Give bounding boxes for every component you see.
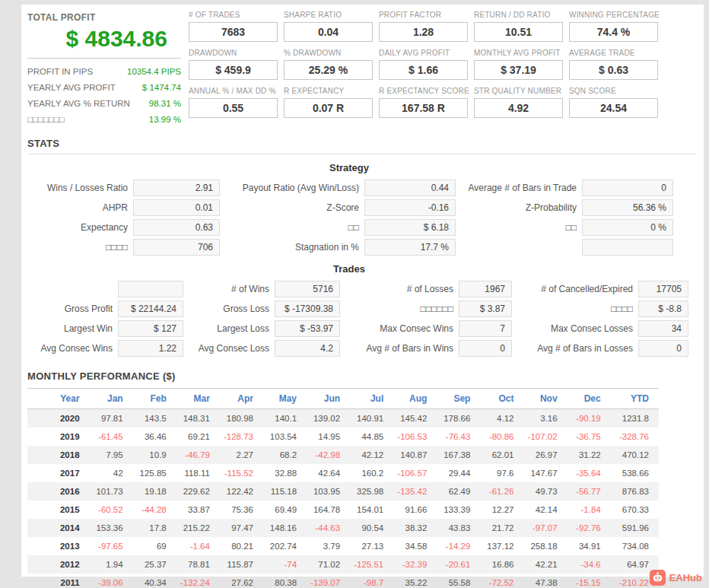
value-cell: 32.88: [263, 464, 307, 482]
trades-stat-value-box: $ 3.87: [459, 300, 512, 317]
metric-value-box: 4.92: [474, 98, 563, 118]
value-cell: 31.22: [568, 446, 611, 464]
strategy-stat-value-box: 0.44: [364, 180, 456, 196]
value-cell: 1231.8: [611, 409, 659, 427]
value-cell: 258.18: [524, 537, 568, 555]
value-cell: 876.83: [611, 482, 659, 501]
value-cell: -328.76: [611, 427, 659, 446]
value-cell: 734.08: [611, 537, 659, 555]
value-cell: 97.47: [220, 519, 263, 537]
value-cell: 17.8: [133, 519, 176, 537]
value-cell: 44.85: [350, 427, 393, 446]
metric-cell: DAILY AVG PROFIT$ 1.66: [379, 49, 468, 80]
value-cell: 140.91: [350, 409, 393, 427]
metric-value-box: 24.54: [569, 98, 658, 118]
value-cell: 103.54: [263, 427, 307, 446]
value-cell: 42.12: [350, 446, 393, 464]
value-cell: -107.02: [524, 427, 568, 446]
strategy-stat-label: Z-Probability: [461, 199, 577, 216]
summary-row-value: 10354.4 PIPS: [127, 64, 181, 80]
value-cell: 29.44: [437, 464, 480, 482]
trades-stat-value-box: $ 127: [118, 320, 183, 337]
value-cell: 14.95: [307, 427, 350, 446]
strategy-stats-grid: Wins / Losses Ratio2.91Payout Ratio (Avg…: [27, 180, 671, 256]
value-cell: 34.91: [568, 537, 611, 555]
strategy-stat-value-box: -0.16: [364, 199, 456, 216]
value-cell: 78.81: [176, 555, 220, 574]
metric-value-box: $ 1.66: [379, 60, 468, 80]
metric-cell: RETURN / DD RATIO10.51: [474, 11, 563, 42]
value-cell: 153.36: [90, 519, 133, 537]
value-cell: 42.64: [307, 464, 350, 482]
value-cell: 26.97: [524, 446, 568, 464]
total-profit-panel: TOTAL PROFIT $ 4834.86 PROFIT IN PIPS103…: [27, 9, 181, 128]
strategy-stat-label: Payout Ratio (Avg Win/Loss): [225, 180, 359, 196]
trades-stat-value-box: 1.22: [118, 340, 183, 357]
trades-stat-label: □□□□: [517, 300, 633, 317]
eahub-logo-text: EAHub: [669, 572, 702, 583]
metric-cell: AVERAGE TRADE$ 0.63: [569, 49, 658, 80]
value-cell: -76.43: [437, 427, 480, 446]
strategy-stat-value-box: 56.36 %: [582, 199, 673, 216]
metric-label: MONTHLY AVG PROFIT: [474, 49, 563, 57]
value-cell: -98.7: [350, 574, 393, 588]
trades-stat-label: # of Losses: [345, 281, 453, 297]
column-header-aug: Aug: [393, 389, 437, 409]
trades-subsection-title: Trades: [27, 263, 671, 275]
metric-value-box: 0.04: [284, 22, 373, 42]
metric-cell: R EXPECTANCY SCORE167.58 R: [379, 87, 468, 118]
trades-stat-value-box: 7: [459, 320, 512, 337]
value-cell: 71.02: [307, 555, 350, 574]
value-cell: -132.24: [176, 574, 220, 588]
trades-stat-label: Avg Consec Wins: [27, 340, 113, 357]
summary-row-label: PROFIT IN PIPS: [27, 64, 93, 80]
summary-row-value: 98.31 %: [149, 96, 181, 112]
value-cell: 34.58: [393, 537, 437, 555]
column-header-may: May: [263, 389, 307, 409]
strategy-stat-value-box: 706: [133, 239, 220, 256]
trades-stat-label: Largest Win: [27, 320, 113, 337]
metric-cell: SHARPE RATIO0.04: [284, 11, 373, 42]
monthly-row: 20187.9510.9-46.792.2768.2-42.9842.12140…: [27, 446, 659, 464]
metric-value-box: 7683: [189, 22, 278, 42]
metric-value-box: 74.4 %: [569, 22, 658, 42]
trades-stats-grid: # of Wins5716# of Losses1967# of Cancell…: [27, 281, 671, 357]
trades-stat-value-box: $ -17309.38: [275, 300, 340, 317]
value-cell: 143.5: [133, 409, 176, 427]
value-cell: 33.87: [176, 501, 220, 519]
metric-label: DRAWDOWN: [189, 49, 278, 57]
metric-label: SQN SCORE: [569, 87, 658, 95]
value-cell: 42: [90, 464, 133, 482]
value-cell: 118.11: [176, 464, 220, 482]
value-cell: 38.32: [393, 519, 437, 537]
value-cell: 3.16: [524, 409, 568, 427]
metric-value-box: $ 0.63: [569, 60, 658, 80]
value-cell: 145.42: [393, 409, 437, 427]
year-cell: 2014: [27, 519, 90, 537]
value-cell: -90.19: [568, 409, 611, 427]
metric-cell: % DRAWDOWN25.29 %: [284, 49, 373, 80]
value-cell: 4.12: [480, 409, 523, 427]
column-header-sep: Sep: [437, 389, 480, 409]
year-cell: 2020: [27, 409, 90, 427]
eahub-logo[interactable]: EAHub: [650, 570, 702, 586]
summary-row-label: YEARLY AVG % RETURN: [27, 96, 130, 112]
metric-cell: R EXPECTANCY0.07 R: [284, 87, 373, 118]
value-cell: 180.98: [220, 409, 263, 427]
trades-stat-value-box: 34: [638, 320, 688, 337]
trades-stat-label: # of Wins: [189, 281, 269, 297]
value-cell: 69: [133, 537, 176, 555]
summary-row-label: YEARLY AVG PROFIT: [27, 80, 116, 96]
metric-cell: MONTHLY AVG PROFIT$ 37.19: [474, 49, 563, 80]
metric-value-box: $ 459.9: [189, 60, 278, 80]
value-cell: 538.66: [611, 464, 659, 482]
year-cell: 2011: [27, 574, 90, 588]
profit-summary-rows: PROFIT IN PIPS10354.4 PIPSYEARLY AVG PRO…: [27, 64, 181, 128]
metric-label: AVERAGE TRADE: [569, 49, 658, 57]
metric-label: DAILY AVG PROFIT: [379, 49, 468, 57]
summary-row: YEARLY AVG PROFIT$ 1474.74: [27, 80, 181, 96]
column-header-feb: Feb: [133, 389, 176, 409]
column-header-nov: Nov: [524, 389, 568, 409]
value-cell: -74: [263, 555, 307, 574]
value-cell: 160.2: [350, 464, 393, 482]
